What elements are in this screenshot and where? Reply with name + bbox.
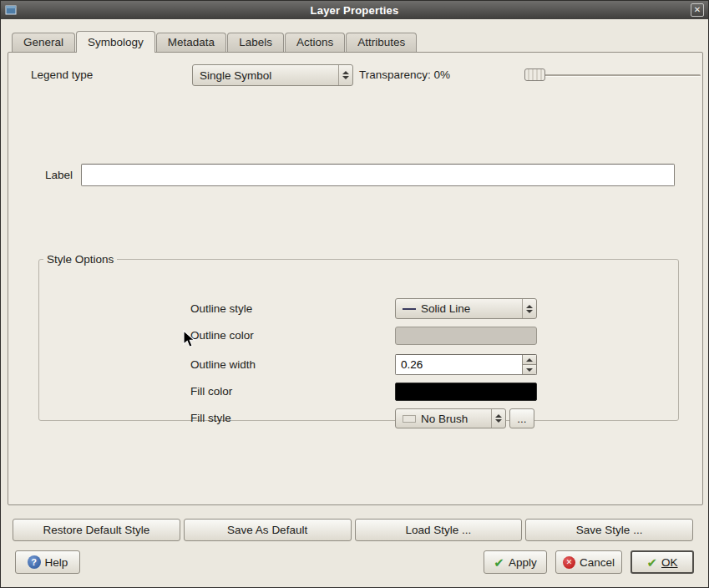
- save-style-button[interactable]: Save Style ...: [525, 519, 693, 541]
- cancel-label: Cancel: [580, 556, 615, 569]
- outline-color-label: Outline color: [190, 327, 254, 345]
- spin-buttons: [522, 355, 536, 374]
- combo-arrows-icon: [491, 409, 505, 428]
- ok-check-icon: ✔: [646, 556, 657, 569]
- cancel-x-icon: ✕: [563, 556, 575, 569]
- legend-type-value: Single Symbol: [193, 65, 338, 85]
- tab-bar: General Symbology Metadata Labels Action…: [12, 31, 418, 53]
- outline-width-input[interactable]: [396, 355, 522, 374]
- solid-line-icon: [403, 308, 416, 310]
- layer-properties-dialog: Layer Properties ✕ General Symbology Met…: [0, 0, 709, 588]
- apply-check-icon: ✔: [494, 556, 504, 569]
- window-title: Layer Properties: [1, 4, 708, 17]
- tab-attributes[interactable]: Attributes: [346, 33, 417, 52]
- style-buttons-row: Restore Default Style Save As Default Lo…: [13, 519, 693, 541]
- save-as-default-button[interactable]: Save As Default: [184, 519, 352, 541]
- tab-general[interactable]: General: [12, 33, 75, 52]
- tab-metadata[interactable]: Metadata: [156, 33, 226, 52]
- slider-handle[interactable]: [524, 68, 545, 81]
- style-options-group: Style Options Outline style Solid Line O…: [38, 253, 679, 421]
- outline-style-value: Solid Line: [396, 299, 522, 318]
- ok-button[interactable]: ✔ OK: [631, 550, 694, 574]
- fill-color-button[interactable]: [395, 383, 537, 401]
- load-style-button[interactable]: Load Style ...: [355, 519, 523, 541]
- style-options-title: Style Options: [43, 253, 117, 266]
- apply-button[interactable]: ✔ Apply: [484, 550, 547, 574]
- spin-up-button[interactable]: [523, 355, 536, 365]
- combo-arrows-icon: [338, 65, 352, 85]
- outline-width-spinbox[interactable]: [395, 354, 537, 375]
- cancel-button[interactable]: ✕ Cancel: [555, 550, 622, 574]
- spin-down-button[interactable]: [523, 365, 536, 374]
- fill-style-browse-button[interactable]: ...: [509, 408, 534, 428]
- help-button[interactable]: ? Help: [15, 550, 80, 574]
- outline-style-label: Outline style: [190, 298, 252, 319]
- fill-style-combobox[interactable]: No Brush: [395, 408, 506, 428]
- legend-type-combobox[interactable]: Single Symbol: [192, 64, 353, 86]
- combo-arrows-icon: [522, 299, 536, 318]
- restore-default-style-button[interactable]: Restore Default Style: [13, 519, 180, 541]
- titlebar[interactable]: Layer Properties ✕: [1, 1, 708, 19]
- tab-symbology[interactable]: Symbology: [76, 31, 155, 53]
- outline-color-button[interactable]: [395, 327, 537, 345]
- fill-style-label: Fill style: [190, 408, 231, 428]
- help-label: Help: [45, 556, 68, 569]
- symbology-panel: Legend type Single Symbol Transparency: …: [8, 52, 703, 505]
- help-icon: ?: [28, 555, 41, 569]
- close-button[interactable]: ✕: [691, 3, 704, 17]
- tab-labels[interactable]: Labels: [227, 33, 284, 52]
- fill-color-label: Fill color: [190, 383, 232, 401]
- tab-actions[interactable]: Actions: [285, 33, 345, 52]
- apply-label: Apply: [509, 556, 537, 569]
- window-icon: [5, 4, 17, 16]
- outline-style-combobox[interactable]: Solid Line: [395, 298, 537, 319]
- transparency-slider[interactable]: [524, 66, 702, 84]
- outline-width-label: Outline width: [190, 354, 256, 375]
- fill-style-value: No Brush: [396, 409, 491, 428]
- label-input[interactable]: [81, 164, 675, 186]
- slider-trough[interactable]: [524, 74, 701, 77]
- transparency-label: Transparency: 0%: [359, 64, 450, 86]
- label-label: Label: [45, 164, 73, 186]
- no-brush-icon: [403, 415, 416, 423]
- legend-type-label: Legend type: [31, 64, 93, 86]
- ok-label: OK: [661, 556, 678, 569]
- dialog-buttons-row: ? Help ✔ Apply ✕ Cancel ✔ OK: [15, 550, 694, 574]
